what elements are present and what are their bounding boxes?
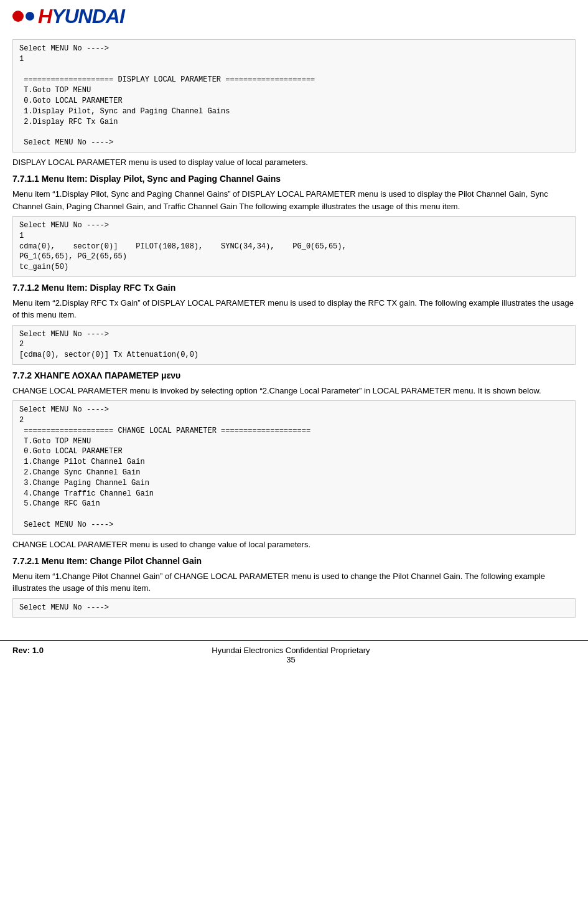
section-7712-body: Menu item “2.Display RFC Tx Gain” of DIS… [12, 297, 576, 321]
code-block-3: Select MENU No ----> 2 [cdma(0), sector(… [12, 325, 576, 365]
section-772-heading: 7.7.2 ΧΗΑΝΓΕ ΛΟΧΑΛ ΠΑΡΑΜΕΤΕΡ μενυ [12, 370, 576, 382]
section-7711-heading: 7.7.1.1 Menu Item: Display Pilot, Sync a… [12, 173, 576, 186]
code-block-4: Select MENU No ----> 2 =================… [12, 400, 576, 535]
intro-text: DISPLAY LOCAL PARAMETER menu is used to … [12, 156, 576, 169]
main-content: Select MENU No ----> 1 =================… [0, 29, 588, 628]
code-block-2: Select MENU No ----> 1 cdma(0), sector(0… [12, 216, 576, 277]
footer-center: Hyundai Electronics Confidential Proprie… [44, 646, 538, 664]
section-7712-heading: 7.7.1.2 Menu Item: Display RFC Tx Gain [12, 282, 576, 294]
change-local-body: CHANGE LOCAL PARAMETER menu is used to c… [12, 539, 576, 551]
logo: HYUNDAI [12, 6, 576, 26]
footer: Rev: 1.0 Hyundai Electronics Confidentia… [0, 640, 588, 667]
footer-rev: Rev: 1.0 [12, 646, 44, 655]
section-772-body: CHANGE LOCAL PARAMETER menu is invoked b… [12, 385, 576, 397]
section-7721-body: Menu item “1.Change Pilot Channel Gain” … [12, 570, 576, 595]
logo-circle-blue [26, 12, 34, 21]
header: HYUNDAI [0, 0, 588, 29]
section-7711-body: Menu item “1.Display Pilot, Sync and Pag… [12, 188, 576, 212]
footer-line1: Hyundai Electronics Confidential Proprie… [44, 646, 538, 655]
logo-circles [12, 11, 34, 22]
logo-circle-red [12, 11, 24, 22]
code-block-5: Select MENU No ----> [12, 598, 576, 618]
code-block-1: Select MENU No ----> 1 =================… [12, 39, 576, 153]
section-7721-heading: 7.7.2.1 Menu Item: Change Pilot Channel … [12, 555, 576, 568]
logo-rest: YUNDAI [52, 5, 124, 27]
logo-text: HYUNDAI [38, 6, 124, 26]
footer-page-number: 35 [44, 655, 538, 664]
logo-h: H [38, 5, 52, 27]
